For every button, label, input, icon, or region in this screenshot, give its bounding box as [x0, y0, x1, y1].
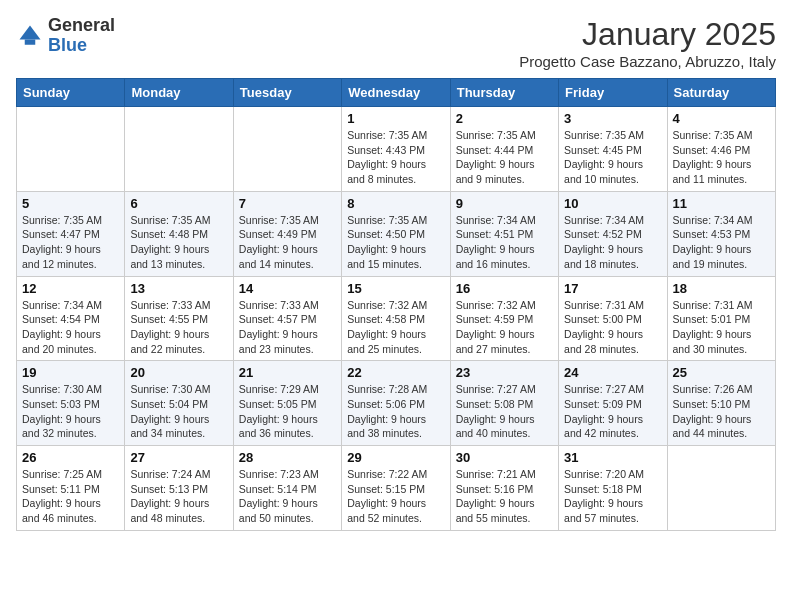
calendar-cell: 6Sunrise: 7:35 AM Sunset: 4:48 PM Daylig…	[125, 191, 233, 276]
day-number: 23	[456, 365, 553, 380]
day-number: 13	[130, 281, 227, 296]
weekday-header-saturday: Saturday	[667, 79, 775, 107]
day-info: Sunrise: 7:32 AM Sunset: 4:59 PM Dayligh…	[456, 298, 553, 357]
calendar-cell: 4Sunrise: 7:35 AM Sunset: 4:46 PM Daylig…	[667, 107, 775, 192]
day-number: 11	[673, 196, 770, 211]
calendar-cell	[17, 107, 125, 192]
calendar-cell: 18Sunrise: 7:31 AM Sunset: 5:01 PM Dayli…	[667, 276, 775, 361]
day-number: 15	[347, 281, 444, 296]
calendar-table: SundayMondayTuesdayWednesdayThursdayFrid…	[16, 78, 776, 531]
day-info: Sunrise: 7:24 AM Sunset: 5:13 PM Dayligh…	[130, 467, 227, 526]
calendar-week-3: 12Sunrise: 7:34 AM Sunset: 4:54 PM Dayli…	[17, 276, 776, 361]
subtitle: Progetto Case Bazzano, Abruzzo, Italy	[519, 53, 776, 70]
weekday-header-sunday: Sunday	[17, 79, 125, 107]
day-info: Sunrise: 7:22 AM Sunset: 5:15 PM Dayligh…	[347, 467, 444, 526]
logo: General Blue	[16, 16, 115, 56]
day-info: Sunrise: 7:23 AM Sunset: 5:14 PM Dayligh…	[239, 467, 336, 526]
calendar-cell	[667, 446, 775, 531]
calendar-cell: 26Sunrise: 7:25 AM Sunset: 5:11 PM Dayli…	[17, 446, 125, 531]
day-number: 8	[347, 196, 444, 211]
day-number: 22	[347, 365, 444, 380]
day-number: 19	[22, 365, 119, 380]
day-info: Sunrise: 7:35 AM Sunset: 4:50 PM Dayligh…	[347, 213, 444, 272]
day-info: Sunrise: 7:27 AM Sunset: 5:09 PM Dayligh…	[564, 382, 661, 441]
calendar-cell: 29Sunrise: 7:22 AM Sunset: 5:15 PM Dayli…	[342, 446, 450, 531]
calendar-cell: 5Sunrise: 7:35 AM Sunset: 4:47 PM Daylig…	[17, 191, 125, 276]
day-info: Sunrise: 7:29 AM Sunset: 5:05 PM Dayligh…	[239, 382, 336, 441]
day-number: 10	[564, 196, 661, 211]
day-number: 5	[22, 196, 119, 211]
day-info: Sunrise: 7:35 AM Sunset: 4:46 PM Dayligh…	[673, 128, 770, 187]
day-info: Sunrise: 7:30 AM Sunset: 5:03 PM Dayligh…	[22, 382, 119, 441]
day-number: 7	[239, 196, 336, 211]
weekday-header-friday: Friday	[559, 79, 667, 107]
day-info: Sunrise: 7:35 AM Sunset: 4:47 PM Dayligh…	[22, 213, 119, 272]
calendar-cell: 3Sunrise: 7:35 AM Sunset: 4:45 PM Daylig…	[559, 107, 667, 192]
calendar-cell: 13Sunrise: 7:33 AM Sunset: 4:55 PM Dayli…	[125, 276, 233, 361]
calendar-cell	[125, 107, 233, 192]
day-info: Sunrise: 7:34 AM Sunset: 4:51 PM Dayligh…	[456, 213, 553, 272]
day-info: Sunrise: 7:33 AM Sunset: 4:55 PM Dayligh…	[130, 298, 227, 357]
day-info: Sunrise: 7:32 AM Sunset: 4:58 PM Dayligh…	[347, 298, 444, 357]
calendar-cell: 21Sunrise: 7:29 AM Sunset: 5:05 PM Dayli…	[233, 361, 341, 446]
day-number: 27	[130, 450, 227, 465]
day-number: 14	[239, 281, 336, 296]
weekday-header-thursday: Thursday	[450, 79, 558, 107]
calendar-cell	[233, 107, 341, 192]
logo-text: General Blue	[48, 16, 115, 56]
calendar-cell: 11Sunrise: 7:34 AM Sunset: 4:53 PM Dayli…	[667, 191, 775, 276]
svg-marker-0	[20, 25, 41, 39]
day-number: 6	[130, 196, 227, 211]
month-title: January 2025	[519, 16, 776, 53]
day-number: 1	[347, 111, 444, 126]
day-number: 16	[456, 281, 553, 296]
calendar-cell: 20Sunrise: 7:30 AM Sunset: 5:04 PM Dayli…	[125, 361, 233, 446]
day-info: Sunrise: 7:35 AM Sunset: 4:44 PM Dayligh…	[456, 128, 553, 187]
calendar-cell: 30Sunrise: 7:21 AM Sunset: 5:16 PM Dayli…	[450, 446, 558, 531]
logo-icon	[16, 22, 44, 50]
calendar-week-1: 1Sunrise: 7:35 AM Sunset: 4:43 PM Daylig…	[17, 107, 776, 192]
day-number: 2	[456, 111, 553, 126]
logo-blue: Blue	[48, 35, 87, 55]
calendar-week-5: 26Sunrise: 7:25 AM Sunset: 5:11 PM Dayli…	[17, 446, 776, 531]
day-info: Sunrise: 7:31 AM Sunset: 5:01 PM Dayligh…	[673, 298, 770, 357]
calendar-cell: 9Sunrise: 7:34 AM Sunset: 4:51 PM Daylig…	[450, 191, 558, 276]
day-info: Sunrise: 7:34 AM Sunset: 4:52 PM Dayligh…	[564, 213, 661, 272]
day-number: 28	[239, 450, 336, 465]
calendar-cell: 31Sunrise: 7:20 AM Sunset: 5:18 PM Dayli…	[559, 446, 667, 531]
calendar-cell: 14Sunrise: 7:33 AM Sunset: 4:57 PM Dayli…	[233, 276, 341, 361]
day-info: Sunrise: 7:31 AM Sunset: 5:00 PM Dayligh…	[564, 298, 661, 357]
day-number: 30	[456, 450, 553, 465]
logo-general: General	[48, 15, 115, 35]
calendar-cell: 25Sunrise: 7:26 AM Sunset: 5:10 PM Dayli…	[667, 361, 775, 446]
calendar-cell: 16Sunrise: 7:32 AM Sunset: 4:59 PM Dayli…	[450, 276, 558, 361]
day-number: 26	[22, 450, 119, 465]
day-number: 29	[347, 450, 444, 465]
calendar-cell: 10Sunrise: 7:34 AM Sunset: 4:52 PM Dayli…	[559, 191, 667, 276]
day-number: 21	[239, 365, 336, 380]
day-info: Sunrise: 7:21 AM Sunset: 5:16 PM Dayligh…	[456, 467, 553, 526]
calendar-cell: 19Sunrise: 7:30 AM Sunset: 5:03 PM Dayli…	[17, 361, 125, 446]
calendar-cell: 15Sunrise: 7:32 AM Sunset: 4:58 PM Dayli…	[342, 276, 450, 361]
weekday-header-tuesday: Tuesday	[233, 79, 341, 107]
day-info: Sunrise: 7:35 AM Sunset: 4:45 PM Dayligh…	[564, 128, 661, 187]
calendar-cell: 7Sunrise: 7:35 AM Sunset: 4:49 PM Daylig…	[233, 191, 341, 276]
day-number: 3	[564, 111, 661, 126]
day-number: 25	[673, 365, 770, 380]
day-number: 9	[456, 196, 553, 211]
day-number: 31	[564, 450, 661, 465]
day-number: 4	[673, 111, 770, 126]
calendar-cell: 22Sunrise: 7:28 AM Sunset: 5:06 PM Dayli…	[342, 361, 450, 446]
day-info: Sunrise: 7:26 AM Sunset: 5:10 PM Dayligh…	[673, 382, 770, 441]
day-number: 12	[22, 281, 119, 296]
weekday-header-wednesday: Wednesday	[342, 79, 450, 107]
title-block: January 2025 Progetto Case Bazzano, Abru…	[519, 16, 776, 70]
calendar-cell: 24Sunrise: 7:27 AM Sunset: 5:09 PM Dayli…	[559, 361, 667, 446]
day-number: 20	[130, 365, 227, 380]
day-info: Sunrise: 7:35 AM Sunset: 4:49 PM Dayligh…	[239, 213, 336, 272]
day-number: 17	[564, 281, 661, 296]
calendar-header-row: SundayMondayTuesdayWednesdayThursdayFrid…	[17, 79, 776, 107]
day-info: Sunrise: 7:35 AM Sunset: 4:43 PM Dayligh…	[347, 128, 444, 187]
day-info: Sunrise: 7:27 AM Sunset: 5:08 PM Dayligh…	[456, 382, 553, 441]
day-info: Sunrise: 7:35 AM Sunset: 4:48 PM Dayligh…	[130, 213, 227, 272]
